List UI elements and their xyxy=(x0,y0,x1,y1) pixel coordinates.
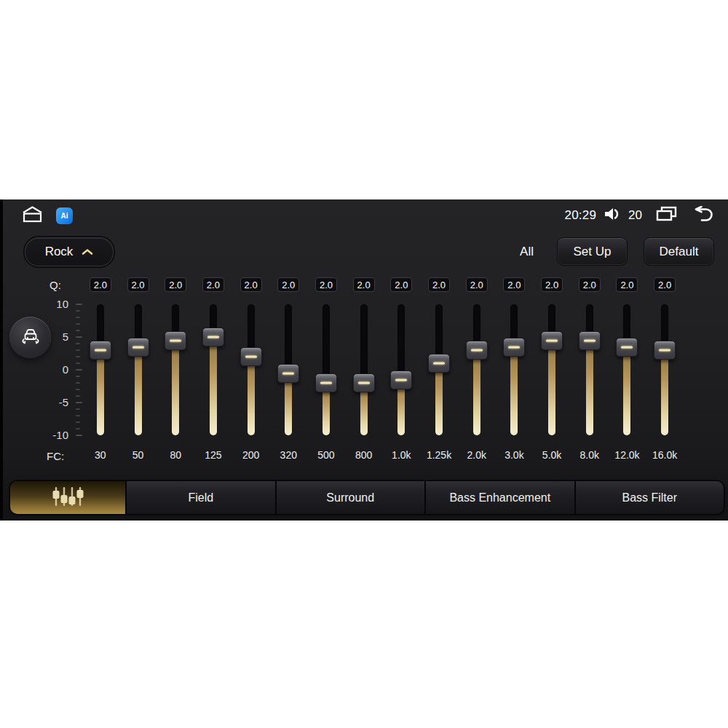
scale-label: -5 xyxy=(28,396,68,409)
slider-fill xyxy=(435,363,443,435)
gain-slider[interactable] xyxy=(502,304,526,435)
gain-slider[interactable] xyxy=(127,304,150,435)
slider-handle[interactable] xyxy=(654,341,676,360)
gain-slider[interactable] xyxy=(427,304,451,435)
freq-label: 30 xyxy=(95,449,106,461)
ai-assistant-icon[interactable]: Ai xyxy=(56,207,73,224)
q-value[interactable]: 2.0 xyxy=(90,277,111,292)
tab-bass-filter[interactable]: Bass Filter xyxy=(574,481,724,514)
eq-band: 2.0200 xyxy=(232,277,270,461)
slider-handle[interactable] xyxy=(503,338,525,357)
q-value[interactable]: 2.0 xyxy=(390,277,412,292)
slider-handle[interactable] xyxy=(353,373,375,392)
equalizer-icon xyxy=(47,486,88,510)
slider-handle[interactable] xyxy=(579,331,601,350)
eq-band: 2.01.25k xyxy=(420,277,458,461)
freq-label: 800 xyxy=(355,449,372,461)
slider-handle[interactable] xyxy=(127,338,149,357)
tab-bass-enhancement[interactable]: Bass Enhancement xyxy=(424,481,574,514)
q-value[interactable]: 2.0 xyxy=(541,277,563,292)
eq-band: 2.030 xyxy=(82,277,119,461)
slider-fill xyxy=(510,347,518,436)
slider-handle[interactable] xyxy=(541,331,563,350)
q-value[interactable]: 2.0 xyxy=(428,277,450,292)
chevron-up-icon xyxy=(82,245,93,258)
freq-label: 2.0k xyxy=(467,449,486,461)
eq-band: 2.02.0k xyxy=(458,277,496,461)
q-value[interactable]: 2.0 xyxy=(127,277,149,292)
scale-tick xyxy=(76,323,80,325)
preset-dropdown[interactable]: Rock xyxy=(25,237,114,266)
car-position-button[interactable] xyxy=(9,317,51,358)
eq-band: 2.0320 xyxy=(269,277,307,461)
slider-handle[interactable] xyxy=(466,341,488,360)
gain-slider[interactable] xyxy=(465,304,488,435)
slider-fill xyxy=(661,350,668,435)
scale-tick xyxy=(76,330,80,331)
gain-slider[interactable] xyxy=(352,304,376,435)
clock: 20:29 xyxy=(565,208,597,223)
q-value[interactable]: 2.0 xyxy=(165,277,186,292)
default-button[interactable]: Default xyxy=(644,237,714,266)
slider-fill xyxy=(473,350,480,435)
eq-band: 2.080 xyxy=(157,277,194,461)
gain-slider[interactable] xyxy=(578,304,601,435)
gain-slider[interactable] xyxy=(540,304,563,435)
slider-handle[interactable] xyxy=(90,341,111,360)
handle-grip xyxy=(282,372,294,374)
gain-slider[interactable] xyxy=(389,304,413,435)
gain-slider[interactable] xyxy=(653,304,676,435)
q-value[interactable]: 2.0 xyxy=(315,277,337,292)
home-icon[interactable] xyxy=(20,205,44,226)
slider-handle[interactable] xyxy=(277,364,299,383)
scale-tick xyxy=(76,343,80,344)
slider-handle[interactable] xyxy=(202,328,224,347)
freq-label: 1.25k xyxy=(427,449,451,461)
gain-slider[interactable] xyxy=(277,304,300,435)
recent-apps-icon[interactable] xyxy=(655,205,678,225)
handle-grip xyxy=(245,356,257,358)
slider-handle[interactable] xyxy=(315,373,337,392)
tab-surround[interactable]: Surround xyxy=(275,481,425,514)
slider-handle[interactable] xyxy=(428,354,450,373)
page: Ai 20:29 20 xyxy=(0,0,728,728)
freq-label: 500 xyxy=(317,449,334,461)
q-value[interactable]: 2.0 xyxy=(202,277,224,292)
all-label[interactable]: All xyxy=(520,245,541,259)
q-value[interactable]: 2.0 xyxy=(240,277,262,292)
q-value[interactable]: 2.0 xyxy=(616,277,638,292)
gain-slider[interactable] xyxy=(615,304,638,435)
gain-slider[interactable] xyxy=(202,304,225,435)
setup-button[interactable]: Set Up xyxy=(557,237,628,266)
slider-handle[interactable] xyxy=(165,331,186,350)
gain-slider[interactable] xyxy=(89,304,112,435)
q-value[interactable]: 2.0 xyxy=(353,277,375,292)
header-actions: All Set Up Default xyxy=(520,237,714,266)
handle-grip xyxy=(621,346,633,348)
tab-field[interactable]: Field xyxy=(125,481,275,514)
q-value[interactable]: 2.0 xyxy=(277,277,299,292)
slider-handle[interactable] xyxy=(240,347,262,366)
q-value[interactable]: 2.0 xyxy=(579,277,601,292)
eq-band: 2.016.0k xyxy=(646,277,684,461)
slider-handle[interactable] xyxy=(616,338,638,357)
eq-band: 2.03.0k xyxy=(496,277,534,461)
gain-slider[interactable] xyxy=(314,304,338,435)
freq-label: 1.0k xyxy=(392,449,411,461)
q-value[interactable]: 2.0 xyxy=(466,277,488,292)
q-value[interactable]: 2.0 xyxy=(654,277,676,292)
gain-slider[interactable] xyxy=(240,304,263,435)
freq-label: 50 xyxy=(132,449,144,461)
back-icon[interactable] xyxy=(692,206,715,224)
scale-tick xyxy=(76,376,80,377)
scale-tick xyxy=(76,382,80,384)
tab-equalizer[interactable] xyxy=(10,481,125,514)
status-bar-left: Ai xyxy=(20,205,73,226)
handle-grip xyxy=(207,336,219,339)
slider-handle[interactable] xyxy=(390,371,412,389)
gain-slider[interactable] xyxy=(164,304,187,435)
q-value[interactable]: 2.0 xyxy=(503,277,525,292)
eq-band: 2.050 xyxy=(119,277,157,461)
handle-grip xyxy=(132,346,144,348)
bands: 2.0302.0502.0802.01252.02002.03202.05002… xyxy=(82,277,684,461)
